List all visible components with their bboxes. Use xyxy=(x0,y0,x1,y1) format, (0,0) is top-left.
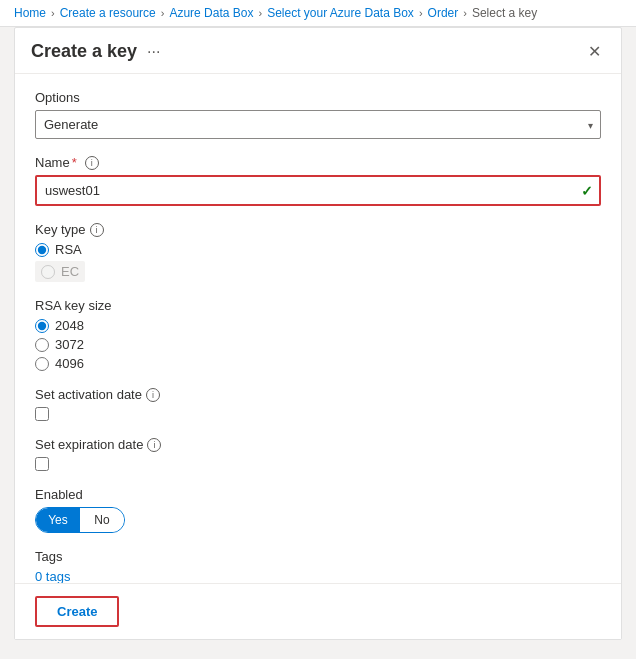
options-label: Options xyxy=(35,90,601,105)
panel-header: Create a key ··· ✕ xyxy=(15,28,621,74)
breadcrumb-azure-data-box[interactable]: Azure Data Box xyxy=(169,6,253,20)
key-type-ec-label: EC xyxy=(61,264,79,279)
breadcrumb-sep-2: › xyxy=(258,7,262,19)
options-select[interactable]: Generate Import Restore from backup xyxy=(35,110,601,139)
panel-footer: Create xyxy=(15,583,621,639)
rsa-key-size-radio-group: 2048 3072 4096 xyxy=(35,318,601,371)
key-type-radio-group: RSA EC xyxy=(35,242,601,282)
activation-date-label: Set activation date i xyxy=(35,387,601,402)
tags-link[interactable]: 0 tags xyxy=(35,569,70,583)
key-type-label: Key type i xyxy=(35,222,601,237)
name-input-wrapper: ✓ xyxy=(35,175,601,206)
rsa-4096-radio[interactable] xyxy=(35,357,49,371)
expiration-date-group: Set expiration date i xyxy=(35,437,601,471)
breadcrumb: Home › Create a resource › Azure Data Bo… xyxy=(0,0,636,27)
breadcrumb-select-azure-data-box[interactable]: Select your Azure Data Box xyxy=(267,6,414,20)
rsa-4096-item: 4096 xyxy=(35,356,601,371)
create-button[interactable]: Create xyxy=(35,596,119,627)
tags-group: Tags 0 tags xyxy=(35,549,601,583)
create-key-panel: Create a key ··· ✕ Options Generate Impo… xyxy=(14,27,622,640)
name-required: * xyxy=(72,155,77,170)
panel-title: Create a key xyxy=(31,41,137,62)
breadcrumb-sep-0: › xyxy=(51,7,55,19)
close-button[interactable]: ✕ xyxy=(584,40,605,63)
panel-body: Options Generate Import Restore from bac… xyxy=(15,74,621,583)
key-type-group: Key type i RSA EC xyxy=(35,222,601,282)
name-info-icon[interactable]: i xyxy=(85,156,99,170)
rsa-key-size-group: RSA key size 2048 3072 4096 xyxy=(35,298,601,371)
rsa-3072-radio[interactable] xyxy=(35,338,49,352)
activation-date-info-icon[interactable]: i xyxy=(146,388,160,402)
breadcrumb-sep-3: › xyxy=(419,7,423,19)
enabled-toggle-switch[interactable]: Yes No xyxy=(35,507,125,533)
name-label: Name * i xyxy=(35,155,601,170)
key-type-rsa-label: RSA xyxy=(55,242,82,257)
rsa-2048-radio[interactable] xyxy=(35,319,49,333)
breadcrumb-select-key: Select a key xyxy=(472,6,537,20)
breadcrumb-order[interactable]: Order xyxy=(428,6,459,20)
rsa-4096-label: 4096 xyxy=(55,356,84,371)
options-select-wrapper: Generate Import Restore from backup ▾ xyxy=(35,110,601,139)
name-group: Name * i ✓ xyxy=(35,155,601,206)
rsa-3072-item: 3072 xyxy=(35,337,601,352)
key-type-rsa-item: RSA xyxy=(35,242,601,257)
expiration-date-checkbox-item xyxy=(35,457,601,471)
expiration-date-info-icon[interactable]: i xyxy=(147,438,161,452)
checkmark-icon: ✓ xyxy=(581,183,593,199)
key-type-info-icon[interactable]: i xyxy=(90,223,104,237)
enabled-yes-button[interactable]: Yes xyxy=(36,508,80,532)
enabled-label: Enabled xyxy=(35,487,601,502)
enabled-group: Enabled Yes No xyxy=(35,487,601,533)
options-group: Options Generate Import Restore from bac… xyxy=(35,90,601,139)
key-type-rsa-radio[interactable] xyxy=(35,243,49,257)
key-type-ec-item: EC xyxy=(35,261,601,282)
rsa-3072-label: 3072 xyxy=(55,337,84,352)
rsa-key-size-label: RSA key size xyxy=(35,298,601,313)
activation-date-checkbox-item xyxy=(35,407,601,421)
breadcrumb-home[interactable]: Home xyxy=(14,6,46,20)
expiration-date-checkbox[interactable] xyxy=(35,457,49,471)
name-input[interactable] xyxy=(35,175,601,206)
rsa-2048-label: 2048 xyxy=(55,318,84,333)
expiration-date-label: Set expiration date i xyxy=(35,437,601,452)
more-icon[interactable]: ··· xyxy=(147,43,160,61)
enabled-no-button[interactable]: No xyxy=(80,508,124,532)
rsa-2048-item: 2048 xyxy=(35,318,601,333)
tags-label: Tags xyxy=(35,549,601,564)
enabled-toggle-group: Yes No xyxy=(35,507,601,533)
activation-date-checkbox[interactable] xyxy=(35,407,49,421)
activation-date-group: Set activation date i xyxy=(35,387,601,421)
breadcrumb-create-resource[interactable]: Create a resource xyxy=(60,6,156,20)
key-type-ec-radio xyxy=(41,265,55,279)
ec-disabled-bar: EC xyxy=(35,261,85,282)
breadcrumb-sep-4: › xyxy=(463,7,467,19)
breadcrumb-sep-1: › xyxy=(161,7,165,19)
